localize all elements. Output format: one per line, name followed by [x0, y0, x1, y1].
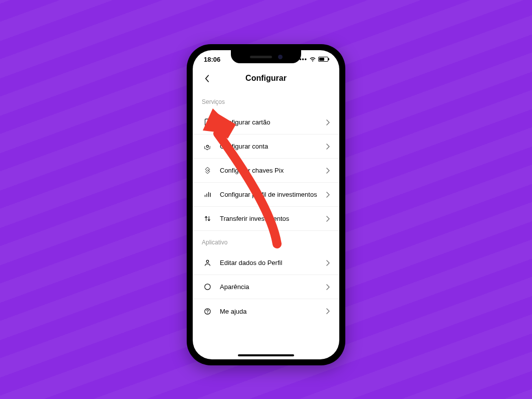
transfer-icon	[202, 213, 213, 224]
chevron-right-icon	[326, 119, 330, 125]
svg-point-1	[206, 145, 208, 147]
chevron-right-icon	[326, 260, 330, 266]
list-item-label: Editar dados do Perfil	[220, 259, 326, 267]
item-aparencia[interactable]: Aparência	[193, 275, 339, 299]
phone-notch	[231, 50, 301, 63]
account-icon	[202, 141, 213, 152]
chevron-right-icon	[326, 308, 330, 314]
item-editar-dados-perfil[interactable]: Editar dados do Perfil	[193, 251, 339, 275]
page-title: Configurar	[245, 74, 287, 83]
svg-point-3	[204, 284, 210, 290]
list-item-label: Transferir investimentos	[220, 215, 326, 222]
item-configurar-chaves-pix[interactable]: Configurar chaves Pix	[193, 159, 339, 183]
list-item-label: Configurar perfil de investimentos	[220, 191, 326, 198]
card-icon	[202, 117, 213, 128]
item-me-ajuda[interactable]: Me ajuda	[193, 299, 339, 323]
appearance-icon	[202, 282, 213, 293]
item-configurar-conta[interactable]: Configurar conta	[193, 135, 339, 159]
svg-rect-0	[205, 119, 210, 125]
phone-screen: 18:06 ••• Configurar Serviços	[193, 50, 339, 359]
section-header-services: Serviços	[193, 90, 339, 110]
list-item-label: Configurar conta	[220, 143, 326, 150]
nav-header: Configurar	[193, 68, 339, 88]
svg-point-5	[207, 312, 207, 313]
front-camera	[278, 55, 283, 59]
chevron-right-icon	[326, 284, 330, 290]
list-item-label: Me ajuda	[220, 308, 326, 315]
pix-icon	[202, 165, 213, 176]
content-area: Serviços Configurar cartão Configurar co…	[193, 90, 339, 359]
list-item-label: Aparência	[220, 283, 326, 291]
wifi-icon	[309, 57, 316, 62]
list-item-label: Configurar chaves Pix	[220, 167, 326, 174]
item-transferir-investimentos[interactable]: Transferir investimentos	[193, 207, 339, 231]
investments-icon	[202, 189, 213, 200]
chevron-right-icon	[326, 144, 330, 150]
status-time: 18:06	[204, 56, 220, 63]
chevron-left-icon	[205, 75, 209, 82]
help-icon	[202, 306, 213, 317]
battery-icon	[318, 57, 328, 62]
svg-point-2	[206, 260, 209, 262]
back-button[interactable]	[201, 72, 213, 84]
list-item-label: Configurar cartão	[220, 118, 326, 126]
item-configurar-cartao[interactable]: Configurar cartão	[193, 110, 339, 135]
item-configurar-perfil-investimentos[interactable]: Configurar perfil de investimentos	[193, 183, 339, 207]
phone-frame: 18:06 ••• Configurar Serviços	[187, 44, 345, 365]
battery-fill	[319, 58, 324, 61]
status-right: •••	[299, 56, 328, 63]
home-indicator[interactable]	[238, 354, 294, 356]
section-header-app: Aplicativo	[193, 231, 339, 251]
speaker-grill	[250, 56, 272, 58]
profile-icon	[202, 257, 213, 269]
chevron-right-icon	[326, 192, 330, 198]
chevron-right-icon	[326, 168, 330, 174]
chevron-right-icon	[326, 216, 330, 222]
